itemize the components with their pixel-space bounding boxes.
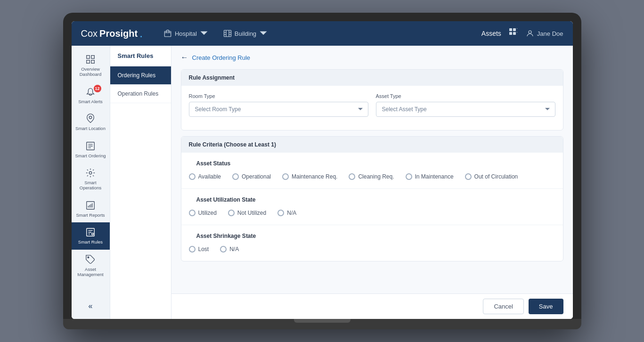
building-nav[interactable]: Building (220, 27, 271, 40)
radio-cleaning-req[interactable]: Cleaning Req. (349, 173, 394, 180)
radio-utilization-na[interactable]: N/A (277, 210, 296, 216)
save-button[interactable]: Save (529, 299, 563, 314)
radio-label-operational: Operational (242, 173, 271, 180)
asset-shrinkage-label: Asset Shrinkage State (189, 228, 555, 242)
rule-assignment-header: Rule Assignment (181, 70, 563, 86)
sidebar-label-asset-mgmt: Asset Management (74, 267, 107, 277)
svg-rect-4 (509, 32, 512, 35)
rule-assignment-card: Rule Assignment Room Type Select Room Ty… (181, 69, 563, 130)
building-icon (223, 29, 232, 38)
sidebar-item-alerts[interactable]: 12 Smart Alerts (72, 82, 110, 109)
asset-shrinkage-radio-group: Lost N/A (189, 242, 555, 256)
grid-icon (85, 54, 96, 65)
asset-mgmt-icon (85, 254, 96, 265)
radio-circle-utilization-na (277, 210, 284, 216)
cancel-button[interactable]: Cancel (483, 299, 523, 314)
radio-circle-shrinkage-na (220, 246, 227, 252)
rule-criteria-header: Rule Criteria (Choose at Least 1) (181, 137, 563, 153)
radio-not-utilized[interactable]: Not Utilized (228, 210, 266, 216)
radio-label-utilized: Utilized (198, 210, 217, 216)
operations-icon (85, 168, 96, 178)
svg-rect-9 (87, 56, 90, 58)
radio-circle-available (189, 173, 196, 180)
sub-sidebar-ordering-rules[interactable]: Ordering Rules (110, 66, 171, 85)
hospital-chevron-icon (200, 29, 208, 38)
radio-label-cleaning-req: Cleaning Req. (358, 173, 394, 180)
svg-rect-18 (92, 233, 94, 235)
rule-assignment-body: Room Type Select Room Type Asset Type (181, 86, 563, 130)
sidebar-label-ordering: Smart Ordering (75, 153, 106, 158)
asset-status-section: Asset Status Available Operational (181, 153, 563, 189)
logo-dot: . (139, 27, 143, 40)
sub-sidebar-operation-rules[interactable]: Operation Rules (110, 85, 171, 103)
radio-label-not-utilized: Not Utilized (237, 210, 266, 216)
radio-label-maintenance-req: Maintenance Req. (292, 173, 337, 180)
sidebar-item-location[interactable]: Smart Location (72, 109, 110, 136)
radio-label-in-maintenance: In Maintenance (415, 173, 454, 180)
radio-operational[interactable]: Operational (232, 173, 271, 180)
radio-label-shrinkage-na: N/A (229, 246, 239, 252)
radio-circle-utilized (189, 210, 196, 216)
svg-rect-0 (164, 32, 171, 37)
hospital-icon (163, 29, 172, 38)
building-label: Building (235, 30, 256, 37)
radio-shrinkage-na[interactable]: N/A (220, 246, 239, 252)
sidebar-item-asset-mgmt[interactable]: Asset Management (72, 250, 110, 282)
svg-point-13 (89, 116, 92, 119)
svg-rect-12 (91, 60, 94, 63)
radio-lost[interactable]: Lost (189, 246, 209, 252)
rule-criteria-card: Rule Criteria (Choose at Least 1) Asset … (181, 136, 563, 261)
user-info[interactable]: Jane Doe (526, 29, 563, 38)
svg-rect-3 (513, 28, 516, 31)
sidebar: Overview Dashboard 12 Smart Alerts Smart… (72, 46, 110, 319)
apps-grid-icon[interactable] (509, 28, 518, 39)
svg-point-8 (529, 31, 531, 33)
topbar: Cox Prosight . Hospital Building (72, 21, 573, 46)
sub-sidebar: Smart Rules Ordering Rules Operation Rul… (110, 46, 171, 319)
radio-out-of-circulation[interactable]: Out of Circulation (465, 173, 518, 180)
sidebar-item-ordering[interactable]: Smart Ordering (72, 136, 110, 163)
room-type-select[interactable]: Select Room Type (189, 102, 368, 117)
radio-circle-cleaning-req (349, 173, 355, 180)
sidebar-label-alerts: Smart Alerts (78, 99, 103, 104)
asset-type-select[interactable]: Select Asset Type (376, 102, 555, 117)
asset-status-label: Asset Status (189, 155, 555, 170)
user-icon (526, 29, 534, 38)
topbar-right: Assets Jane Doe (481, 28, 563, 39)
svg-rect-5 (513, 32, 516, 35)
form-row-assignment: Room Type Select Room Type Asset Type (189, 93, 555, 117)
user-name: Jane Doe (537, 30, 563, 37)
radio-circle-in-maintenance (406, 173, 412, 180)
reports-icon (85, 200, 96, 211)
radio-label-available: Available (198, 173, 221, 180)
radio-circle-maintenance-req (282, 173, 289, 180)
sidebar-item-reports[interactable]: Smart Reports (72, 195, 110, 222)
assets-label: Assets (481, 30, 501, 37)
radio-available[interactable]: Available (189, 173, 221, 180)
sidebar-label-overview: Overview Dashboard (74, 66, 107, 77)
radio-in-maintenance[interactable]: In Maintenance (406, 173, 454, 180)
svg-rect-10 (91, 56, 94, 58)
radio-circle-lost (189, 246, 196, 252)
building-chevron-icon (259, 29, 268, 38)
room-type-label: Room Type (189, 93, 368, 99)
radio-label-lost: Lost (198, 246, 209, 252)
asset-shrinkage-section: Asset Shrinkage State Lost N/A (181, 225, 563, 261)
laptop-frame: Cox Prosight . Hospital Building (63, 13, 581, 329)
hospital-nav[interactable]: Hospital (160, 27, 212, 40)
radio-circle-out-of-circulation (465, 173, 472, 180)
sidebar-collapse-btn[interactable]: « (84, 297, 98, 315)
sidebar-item-operations[interactable]: Smart Operations (72, 163, 110, 195)
radio-circle-operational (232, 173, 239, 180)
sidebar-label-location: Smart Location (75, 126, 106, 131)
main-layout: Overview Dashboard 12 Smart Alerts Smart… (72, 46, 573, 319)
hospital-label: Hospital (175, 30, 197, 37)
radio-maintenance-req[interactable]: Maintenance Req. (282, 173, 337, 180)
radio-utilized[interactable]: Utilized (189, 210, 217, 216)
sidebar-item-rules[interactable]: Smart Rules (72, 222, 110, 249)
create-rule-link[interactable]: Create Ordering Rule (192, 54, 251, 61)
svg-rect-16 (87, 201, 95, 209)
logo-prosight: Prosight (99, 28, 138, 39)
sidebar-item-overview[interactable]: Overview Dashboard (72, 49, 110, 82)
back-button[interactable]: ← (181, 53, 188, 62)
